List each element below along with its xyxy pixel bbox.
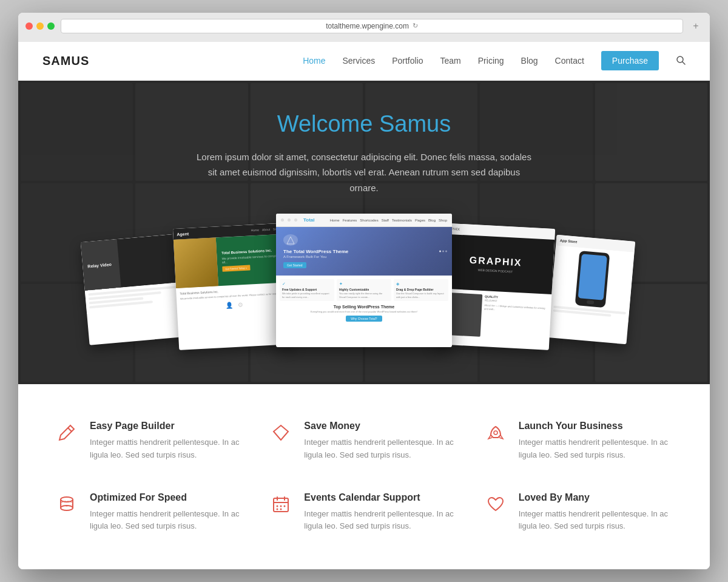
rocket-icon [484,421,508,445]
feature-desc: Integer mattis hendrerit pellentesque. I… [519,436,673,462]
hero-section: Welcome Samus Lorem ipsum dolor sit amet… [18,81,710,384]
nav-contact[interactable]: Contact [555,56,584,66]
feature-launch-business: Launch Your Business Integer mattis hend… [484,421,673,462]
diamond-icon [269,421,293,445]
svg-marker-2 [287,237,294,244]
svg-marker-4 [274,425,288,440]
site-logo: SAMUS [42,54,89,68]
address-text: totaltheme.wpengine.com [326,22,409,30]
nav-team[interactable]: Team [440,56,461,66]
screenshot-left-2: Relay Video [81,234,186,345]
feature-title: Launch Your Business [519,421,673,431]
hero-subtitle: Lorem ipsum dolor sit amet, consectetur … [194,149,534,196]
ss-main-bottom-text: Everything you would and more from one o… [280,310,448,314]
maximize-window-button[interactable] [47,22,55,30]
feature-events-calendar: Events Calendar Support Integer mattis h… [269,492,459,533]
svg-point-5 [494,431,497,435]
cylinder-icon [55,492,79,516]
feature-desc: Integer mattis hendrerit pellentesque. I… [90,508,244,533]
minimize-window-button[interactable] [36,22,44,30]
svg-point-18 [277,508,278,510]
new-tab-button[interactable]: + [689,19,703,33]
feature-events-calendar-content: Events Calendar Support Integer mattis h… [304,492,459,533]
ss-left1-logo-text: Agent [177,232,189,237]
feature-title: Events Calendar Support [304,492,459,503]
features-section: Easy Page Builder Integer mattis hendrer… [18,384,710,569]
browser-top-bar: totaltheme.wpengine.com ↻ + [25,19,703,33]
heart-icon [484,492,508,516]
svg-point-19 [280,508,282,510]
feature-easy-page-builder-content: Easy Page Builder Integer mattis hendrer… [90,421,244,462]
feature-easy-page-builder: Easy Page Builder Integer mattis hendrer… [55,421,244,462]
ss-right1-brand: GRAPHIX [469,255,522,269]
screenshot-main: Total Home Features Shortcodes Staff Tes… [276,214,452,347]
search-icon[interactable] [676,55,686,67]
feature-loved-by-many: Loved By Many Integer mattis hendrerit p… [484,492,673,533]
refresh-icon[interactable]: ↻ [413,22,418,30]
ss-right1-tagline: WEB DESIGN PODCAST [478,268,513,273]
hero-screenshots: Relay Video Agent Home About S [18,214,710,384]
feature-desc: Integer mattis hendrerit pellentesque. I… [519,508,673,533]
screenshot-right-2: App Store [548,235,635,345]
svg-point-16 [280,505,282,507]
feature-title: Easy Page Builder [90,421,244,431]
ss-main-hero-title: The Total WordPress Theme [283,248,348,255]
browser-tabs [25,38,703,42]
close-window-button[interactable] [25,22,33,30]
feature-title: Optimized For Speed [90,492,244,503]
features-grid: Easy Page Builder Integer mattis hendrer… [55,421,673,533]
feature-desc: Integer mattis hendrerit pellentesque. I… [304,508,459,533]
browser-chrome: totaltheme.wpengine.com ↻ + [18,13,710,42]
hero-content: Welcome Samus Lorem ipsum dolor sit amet… [182,111,546,196]
nav-portfolio[interactable]: Portfolio [392,56,423,66]
site-header: SAMUS Home Services Portfolio Team Prici… [18,42,710,81]
feature-save-money-content: Save Money Integer mattis hendrerit pell… [304,421,459,462]
feature-optimized-speed-content: Optimized For Speed Integer mattis hendr… [90,492,244,533]
calendar-icon [269,492,293,516]
feature-launch-business-content: Launch Your Business Integer mattis hend… [519,421,673,462]
site-nav: Home Services Portfolio Team Pricing Blo… [303,51,686,70]
address-bar[interactable]: totaltheme.wpengine.com ↻ [61,19,683,33]
svg-point-6 [61,497,73,502]
ss-main-hero-sub: A Framework Built For You [283,255,326,259]
svg-point-15 [277,505,278,507]
feature-save-money: Save Money Integer mattis hendrerit pell… [269,421,459,462]
feature-title: Save Money [304,421,459,431]
hero-title: Welcome Samus [194,111,534,137]
window-controls [25,22,55,30]
nav-services[interactable]: Services [342,56,375,66]
feature-desc: Integer mattis hendrerit pellentesque. I… [90,436,244,462]
nav-purchase-button[interactable]: Purchase [601,51,659,70]
feature-loved-by-many-content: Loved By Many Integer mattis hendrerit p… [519,492,673,533]
pencil-icon [55,421,79,445]
svg-point-17 [284,505,286,507]
nav-pricing[interactable]: Pricing [478,56,504,66]
ss-main-logo: Total [303,217,315,223]
feature-title: Loved By Many [519,492,673,503]
feature-optimized-speed: Optimized For Speed Integer mattis hendr… [55,492,244,533]
feature-desc: Integer mattis hendrerit pellentesque. I… [304,436,459,462]
svg-line-1 [682,62,685,64]
nav-blog[interactable]: Blog [521,56,538,66]
browser-window: totaltheme.wpengine.com ↻ + SAMUS Home S… [18,13,710,569]
ss-main-bottom-title: Top Selling WordPress Theme [280,305,448,309]
nav-home[interactable]: Home [303,56,325,66]
svg-line-3 [68,428,72,431]
